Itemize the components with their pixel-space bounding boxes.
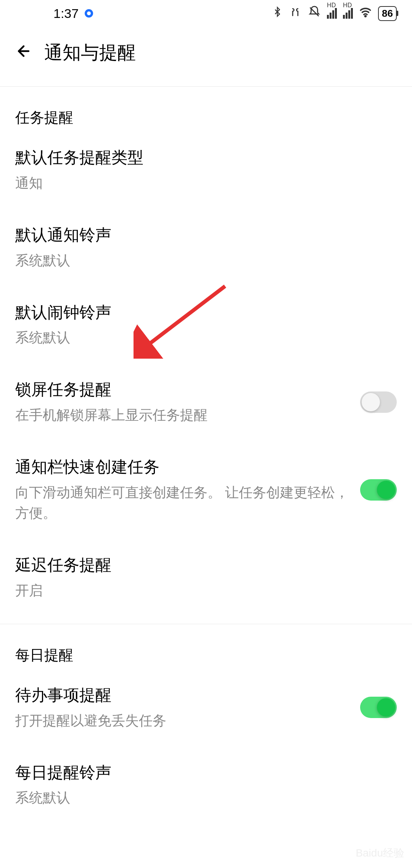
svg-point-0	[365, 16, 366, 17]
setting-title: 锁屏任务提醒	[15, 378, 351, 401]
section-tasks: 任务提醒 默认任务提醒类型 通知 默认通知铃声 系统默认 默认闹钟铃声 系统默认…	[0, 87, 412, 616]
setting-title: 通知栏快速创建任务	[15, 456, 351, 478]
toggle-lockscreen-reminder[interactable]	[360, 391, 397, 413]
setting-subtitle: 系统默认	[15, 327, 397, 348]
setting-subtitle: 开启	[15, 580, 397, 601]
setting-subtitle: 通知	[15, 173, 397, 193]
status-bar: 1:37 HD HD 86	[0, 0, 412, 27]
setting-subtitle: 系统默认	[15, 250, 397, 271]
status-right: HD HD 86	[272, 5, 397, 21]
section-daily: 每日提醒 待办事项提醒 打开提醒以避免丢失任务 每日提醒铃声 系统默认	[0, 624, 412, 824]
setting-title: 延迟任务提醒	[15, 554, 397, 577]
watermark: Baidu经验	[356, 846, 404, 860]
wifi-icon	[359, 5, 372, 21]
setting-title: 默认任务提醒类型	[15, 147, 397, 169]
signal-1-icon: HD	[327, 8, 337, 19]
section-header-daily: 每日提醒	[15, 624, 397, 669]
setting-title: 默认闹钟铃声	[15, 301, 397, 324]
setting-subtitle: 向下滑动通知栏可直接创建任务。 让任务创建更轻松，方便。	[15, 482, 351, 523]
section-header-tasks: 任务提醒	[15, 87, 397, 131]
toggle-quick-create-task[interactable]	[360, 479, 397, 501]
setting-lockscreen-reminder[interactable]: 锁屏任务提醒 在手机解锁屏幕上显示任务提醒	[15, 363, 397, 441]
setting-daily-reminder-sound[interactable]: 每日提醒铃声 系统默认	[15, 746, 397, 824]
setting-quick-create-task[interactable]: 通知栏快速创建任务 向下滑动通知栏可直接创建任务。 让任务创建更轻松，方便。	[15, 441, 397, 539]
setting-title: 默认通知铃声	[15, 224, 397, 246]
recording-icon	[85, 9, 93, 18]
setting-todo-reminder[interactable]: 待办事项提醒 打开提醒以避免丢失任务	[15, 669, 397, 746]
setting-default-reminder-type[interactable]: 默认任务提醒类型 通知	[15, 131, 397, 209]
signal-2-icon: HD	[343, 8, 353, 19]
setting-delay-reminder[interactable]: 延迟任务提醒 开启	[15, 539, 397, 616]
earbuds-icon	[289, 6, 302, 21]
setting-subtitle: 打开提醒以避免丢失任务	[15, 710, 351, 731]
mute-icon	[308, 5, 321, 21]
status-time: 1:37	[53, 6, 79, 21]
battery-icon: 86	[378, 6, 397, 21]
back-button[interactable]	[15, 43, 32, 63]
status-left: 1:37	[15, 6, 93, 21]
setting-title: 待办事项提醒	[15, 684, 351, 707]
setting-subtitle: 系统默认	[15, 787, 397, 808]
bluetooth-icon	[272, 5, 283, 21]
setting-default-alarm-sound[interactable]: 默认闹钟铃声 系统默认	[15, 286, 397, 364]
page-title: 通知与提醒	[44, 40, 136, 65]
header: 通知与提醒	[0, 27, 412, 79]
battery-level: 86	[382, 8, 393, 19]
setting-subtitle: 在手机解锁屏幕上显示任务提醒	[15, 405, 351, 425]
setting-default-notification-sound[interactable]: 默认通知铃声 系统默认	[15, 209, 397, 286]
toggle-todo-reminder[interactable]	[360, 697, 397, 718]
setting-title: 每日提醒铃声	[15, 762, 397, 784]
